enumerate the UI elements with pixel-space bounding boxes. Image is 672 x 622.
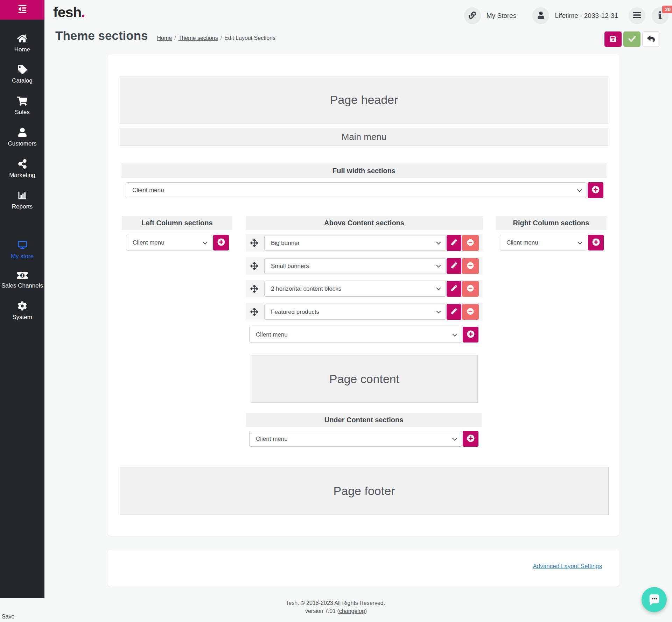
full-width-sections-header: Full width sections: [121, 163, 607, 178]
sidebar-toggle-button[interactable]: [0, 0, 44, 20]
section-select[interactable]: 2 horizontal content blocks: [265, 281, 446, 296]
page-content-placeholder: Page content: [251, 355, 478, 403]
right-column-add-row: Client menu: [500, 235, 604, 250]
left-column-add-row: Client menu: [126, 235, 229, 250]
save-button[interactable]: [604, 31, 622, 47]
edit-section-button[interactable]: [447, 281, 461, 297]
left-column-section-select[interactable]: Client menu: [126, 235, 212, 250]
section-select-wrap: Featured products: [264, 304, 446, 320]
my-stores-label[interactable]: My Stores: [486, 12, 517, 20]
gear-icon: [18, 301, 27, 311]
edit-section-button[interactable]: [447, 258, 461, 274]
changelog-link[interactable]: changelog: [339, 608, 365, 614]
user-icon: [538, 12, 544, 20]
breadcrumb-theme-sections-link[interactable]: Theme sections: [178, 35, 218, 41]
outdent-icon: [18, 5, 27, 15]
license-label: Lifetime - 2033-12-31: [555, 12, 618, 20]
apply-button[interactable]: [623, 31, 640, 47]
check-icon: [628, 36, 636, 43]
sidebar-item-sales-channels[interactable]: 1 Sales Channels: [0, 266, 44, 295]
remove-section-button[interactable]: [462, 235, 479, 251]
pencil-icon: [451, 239, 457, 246]
breadcrumb-current: Edit Layout Sections: [224, 35, 275, 41]
remove-section-button[interactable]: [462, 304, 479, 320]
right-column-select-wrap: Client menu: [500, 235, 587, 250]
section-row: Small banners: [246, 257, 483, 275]
hamburger-icon: [633, 12, 641, 20]
sidebar-item-home[interactable]: Home: [0, 28, 44, 59]
sidebar: Home Catalog Sales Customers Marketing R…: [0, 0, 44, 598]
full-width-add-row: Client menu: [126, 182, 603, 198]
sidebar-nav: Home Catalog Sales Customers Marketing R…: [0, 20, 44, 327]
sidebar-item-label: Sales: [15, 108, 30, 116]
section-row: Featured products: [246, 303, 483, 320]
my-stores-button[interactable]: [464, 7, 481, 24]
sidebar-item-label: Marketing: [9, 171, 35, 179]
breadcrumb-separator: /: [220, 35, 222, 41]
remove-section-button[interactable]: [462, 258, 479, 274]
add-left-column-section-button[interactable]: [213, 235, 229, 250]
add-above-content-section-button[interactable]: [463, 327, 478, 342]
under-content-section-select[interactable]: Client menu: [250, 431, 462, 446]
section-row: Big banner: [246, 234, 483, 252]
add-under-content-section-button[interactable]: [463, 431, 478, 447]
breadcrumb-separator: /: [174, 35, 176, 41]
sidebar-item-label: My store: [11, 253, 34, 260]
plus-circle-icon: [592, 238, 600, 247]
undo-arrow-icon: [647, 35, 655, 44]
add-right-column-section-button[interactable]: [588, 235, 604, 250]
link-icon: [469, 12, 476, 20]
svg-text:1: 1: [21, 273, 23, 277]
minus-circle-icon: [467, 239, 474, 247]
page-header-placeholder: Page header: [120, 76, 608, 123]
sidebar-item-label: Customers: [8, 140, 36, 147]
under-content-add-row: Client menu: [249, 431, 478, 447]
section-row: 2 horizontal content blocks: [246, 280, 483, 297]
advanced-layout-settings-link[interactable]: Advanced Layout Settings: [533, 563, 602, 570]
sidebar-item-customers[interactable]: Customers: [0, 122, 44, 153]
home-icon: [17, 34, 27, 43]
section-select-wrap: 2 horizontal content blocks: [264, 281, 446, 297]
move-handle-icon[interactable]: [250, 285, 258, 293]
tag-icon: [18, 65, 27, 74]
left-column-select-wrap: Client menu: [126, 235, 212, 250]
full-width-section-select[interactable]: Client menu: [126, 183, 587, 198]
section-select[interactable]: Big banner: [265, 235, 446, 250]
move-handle-icon[interactable]: [250, 239, 258, 247]
main-menu-placeholder: Main menu: [120, 128, 608, 146]
page-title: Theme sections: [55, 29, 148, 43]
edit-section-button[interactable]: [447, 235, 461, 251]
remove-section-button[interactable]: [462, 281, 479, 297]
sidebar-item-label: System: [12, 313, 32, 321]
menu-button[interactable]: [629, 7, 645, 24]
sidebar-item-label: Catalog: [12, 77, 33, 84]
sidebar-item-system[interactable]: System: [0, 295, 44, 327]
move-handle-icon[interactable]: [250, 262, 258, 270]
account-button[interactable]: [532, 7, 549, 24]
sidebar-item-my-store[interactable]: My store: [0, 234, 44, 266]
sidebar-item-marketing[interactable]: Marketing: [0, 153, 44, 185]
user-icon: [18, 128, 27, 137]
monitor-icon: [17, 240, 28, 250]
sidebar-item-sales[interactable]: Sales: [0, 91, 44, 122]
page-actions: [604, 31, 659, 47]
breadcrumb-home-link[interactable]: Home: [157, 35, 172, 41]
chat-button[interactable]: [642, 587, 667, 612]
section-select[interactable]: Featured products: [265, 304, 446, 319]
add-full-width-section-button[interactable]: [588, 182, 603, 198]
plus-circle-icon: [467, 330, 475, 339]
section-select[interactable]: Small banners: [265, 259, 446, 274]
site-footer: fesh. © 2018-2023 All Rights Reserved. v…: [0, 599, 672, 615]
above-content-section-select[interactable]: Client menu: [250, 327, 462, 342]
sidebar-item-catalog[interactable]: Catalog: [0, 59, 44, 90]
app-logo[interactable]: fesh.: [53, 4, 85, 21]
edit-section-button[interactable]: [447, 304, 461, 320]
left-column-sections-header: Left Column sections: [122, 216, 232, 230]
version-text: version 7.01 (changelog): [0, 607, 672, 615]
undo-button[interactable]: [642, 31, 659, 47]
move-handle-icon[interactable]: [250, 308, 258, 316]
sidebar-item-reports[interactable]: Reports: [0, 185, 44, 216]
right-column-section-select[interactable]: Client menu: [500, 235, 587, 250]
above-content-sections-header: Above Content sections: [246, 216, 483, 230]
notifications-button[interactable]: 20: [652, 7, 668, 24]
